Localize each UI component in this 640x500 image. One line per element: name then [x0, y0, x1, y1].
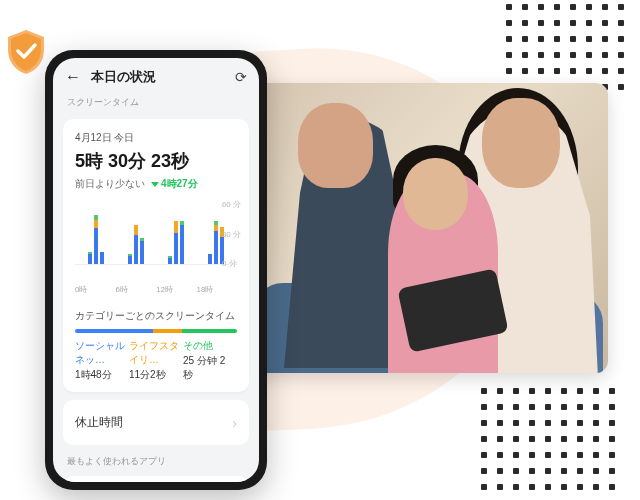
downtime-row[interactable]: 休止時間 › [63, 400, 249, 445]
shield-check-icon [4, 28, 48, 76]
chart-bar [168, 256, 172, 264]
chart-x-label: 12時 [156, 284, 197, 295]
chart-bar [174, 221, 178, 264]
chart-bar [140, 238, 144, 264]
chart-bar [94, 215, 98, 264]
compare-text: 前日より少ない [75, 177, 145, 191]
category-item[interactable]: ライフスタイリ…11分2秒 [129, 339, 183, 382]
category-label: カテゴリーごとのスクリーンタイム [75, 309, 237, 323]
date-label: 4月12日 今日 [75, 131, 237, 145]
compare-line: 前日より少ない 4時27分 [75, 177, 237, 191]
category-name: ソーシャルネッ… [75, 339, 129, 367]
chart-bar [100, 252, 104, 264]
app-header: ← 本日の状況 ⟳ [53, 58, 259, 94]
delta-badge: 4時27分 [151, 177, 198, 191]
chart-x-label: 18時 [197, 284, 238, 295]
chart-bar [134, 225, 138, 264]
refresh-icon[interactable]: ⟳ [235, 69, 247, 85]
downtime-label: 休止時間 [75, 414, 123, 431]
screen-time-card: 4月12日 今日 5時 30分 23秒 前日より少ない 4時27分 60 分30… [63, 119, 249, 392]
family-photo [248, 83, 608, 373]
dots-decoration-bottom [481, 388, 615, 490]
chart-x-axis: 0時6時12時18時 [75, 284, 237, 295]
chart-bar-group [77, 215, 114, 264]
category-item[interactable]: その他25 分钟 2 秒 [183, 339, 237, 382]
section-label-apps: 最もよく使われるアプリ [53, 453, 259, 472]
page-title: 本日の状況 [91, 68, 225, 86]
app-row[interactable]: TikTok 2時23分 [63, 476, 249, 482]
chart-bar [214, 221, 218, 264]
total-time: 5時 30分 23秒 [75, 149, 237, 173]
category-value: 11分2秒 [129, 369, 166, 380]
category-name: ライフスタイリ… [129, 339, 183, 367]
chart-bar [208, 254, 212, 264]
chart-bar-group [117, 225, 154, 264]
chevron-right-icon: › [232, 415, 237, 431]
section-label-screentime: スクリーンタイム [53, 94, 259, 113]
chart-bar [128, 254, 132, 264]
chart-x-label: 6時 [116, 284, 157, 295]
hourly-chart: 60 分30 分0 分 [75, 203, 237, 281]
dots-decoration-top [506, 4, 624, 90]
category-bar [75, 329, 237, 333]
chart-bar-group [158, 221, 195, 264]
down-arrow-icon [151, 182, 159, 187]
phone-screen: ← 本日の状況 ⟳ スクリーンタイム 4月12日 今日 5時 30分 23秒 前… [53, 58, 259, 482]
chart-bar [180, 221, 184, 264]
chart-bar [88, 252, 92, 264]
delta-value: 4時27分 [161, 177, 198, 191]
chart-x-label: 0時 [75, 284, 116, 295]
phone-mockup: ← 本日の状況 ⟳ スクリーンタイム 4月12日 今日 5時 30分 23秒 前… [45, 50, 267, 490]
back-icon[interactable]: ← [65, 68, 81, 86]
category-name: その他 [183, 339, 237, 353]
category-value: 1時48分 [75, 369, 112, 380]
category-value: 25 分钟 2 秒 [183, 355, 225, 380]
category-item[interactable]: ソーシャルネッ…1時48分 [75, 339, 129, 382]
category-legend: ソーシャルネッ…1時48分ライフスタイリ…11分2秒その他25 分钟 2 秒 [75, 339, 237, 382]
